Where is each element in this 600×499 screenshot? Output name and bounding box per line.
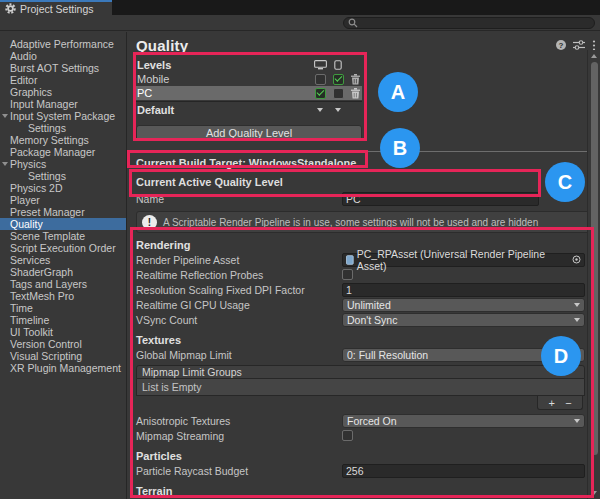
resolution-scaling-field[interactable]: [342, 283, 585, 297]
sidebar-item-adaptive-performance[interactable]: Adaptive Performance: [0, 38, 126, 50]
sidebar-item-player[interactable]: Player: [0, 194, 126, 206]
desktop-enabled-checkbox[interactable]: [315, 74, 326, 85]
sidebar-item-label: Burst AOT Settings: [10, 62, 99, 74]
sidebar-item-label: ShaderGraph: [10, 266, 73, 278]
vertical-scrollbar[interactable]: [587, 50, 600, 499]
sidebar-item-physics-2d[interactable]: Physics 2D: [0, 182, 126, 194]
sidebar-item-shadergraph[interactable]: ShaderGraph: [0, 266, 126, 278]
sidebar-item-burst-aot-settings[interactable]: Burst AOT Settings: [0, 62, 126, 74]
default-desktop-dropdown-icon[interactable]: [317, 108, 323, 112]
realtime-gi-dropdown[interactable]: Unlimited: [342, 298, 585, 312]
chevron-down-icon: [574, 318, 580, 322]
sidebar-item-ui-toolkit[interactable]: UI Toolkit: [0, 326, 126, 338]
scrollbar-thumb[interactable]: [591, 62, 598, 455]
scroll-up-icon[interactable]: [591, 54, 597, 58]
add-item-button[interactable]: +: [548, 397, 554, 409]
sidebar-item-label: Graphics: [10, 86, 52, 98]
sidebar-item-services[interactable]: Services: [0, 254, 126, 266]
gear-icon: [5, 3, 16, 14]
list-empty-row: List is Empty: [136, 379, 585, 396]
settings-list: Rendering Render Pipeline Asset PC_RPAss…: [136, 239, 585, 499]
sidebar-item-version-control[interactable]: Version Control: [0, 338, 126, 350]
chevron-down-icon: [574, 353, 580, 357]
sidebar-item-label: Input System Package: [10, 110, 115, 122]
sidebar-item-quality[interactable]: Quality: [0, 218, 126, 230]
sidebar-item-package-manager[interactable]: Package Manager: [0, 146, 126, 158]
sidebar-item-label: Editor: [10, 74, 37, 86]
sidebar-item-label: Audio: [10, 50, 37, 62]
sidebar-item-tags-and-layers[interactable]: Tags and Layers: [0, 278, 126, 290]
sidebar-item-input-manager[interactable]: Input Manager: [0, 98, 126, 110]
sidebar-item-label: Physics 2D: [10, 182, 63, 194]
dropdown-value: Forced On: [347, 415, 397, 427]
sidebar-item-settings[interactable]: Settings: [0, 122, 126, 134]
sidebar-item-editor[interactable]: Editor: [0, 74, 126, 86]
sidebar-item-textmesh-pro[interactable]: TextMesh Pro: [0, 290, 126, 302]
section-particles: Particles: [136, 450, 585, 463]
sidebar-item-input-system-package[interactable]: Input System Package: [0, 110, 126, 122]
mobile-enabled-checkbox[interactable]: [333, 74, 344, 85]
sidebar-item-label: Visual Scripting: [10, 350, 82, 362]
quality-level-row-mobile[interactable]: Mobile: [136, 72, 362, 86]
sidebar-item-scene-template[interactable]: Scene Template: [0, 230, 126, 242]
toolbar: [0, 15, 600, 31]
foldout-icon[interactable]: [2, 162, 8, 166]
mipmap-streaming-row: Mipmap Streaming: [136, 428, 585, 443]
sidebar-item-time[interactable]: Time: [0, 302, 126, 314]
scroll-down-icon[interactable]: [591, 491, 597, 495]
tab-project-settings[interactable]: Project Settings: [0, 0, 112, 15]
name-label: Name: [136, 193, 342, 205]
trash-icon[interactable]: [350, 88, 360, 99]
quality-level-row-pc[interactable]: PC: [136, 86, 362, 100]
sidebar-item-graphics[interactable]: Graphics: [0, 86, 126, 98]
help-icon[interactable]: ?: [556, 40, 566, 50]
sidebar-item-visual-scripting[interactable]: Visual Scripting: [0, 350, 126, 362]
asset-icon: [346, 255, 354, 265]
vsync-count-dropdown[interactable]: Don't Sync: [342, 313, 585, 327]
render-pipeline-asset-field[interactable]: PC_RPAsset (Universal Render Pipeline As…: [342, 253, 585, 267]
sidebar-item-label: Version Control: [10, 338, 82, 350]
vsync-count-row: VSync Count Don't Sync: [136, 312, 585, 327]
sidebar-item-label: Memory Settings: [10, 134, 89, 146]
sidebar-item-preset-manager[interactable]: Preset Manager: [0, 206, 126, 218]
global-mipmap-limit-dropdown[interactable]: 0: Full Resolution: [342, 348, 585, 362]
preset-icon[interactable]: [573, 40, 585, 50]
sidebar-item-memory-settings[interactable]: Memory Settings: [0, 134, 126, 146]
sidebar-item-audio[interactable]: Audio: [0, 50, 126, 62]
sidebar-item-xr-plugin-management[interactable]: XR Plugin Management: [0, 362, 126, 374]
quality-name-field[interactable]: [342, 192, 539, 206]
foldout-icon[interactable]: [2, 114, 8, 118]
list-footer: + −: [136, 396, 585, 410]
anisotropic-textures-dropdown[interactable]: Forced On: [342, 414, 585, 428]
tab-title: Project Settings: [20, 3, 94, 15]
level-name: PC: [136, 87, 311, 99]
search-input[interactable]: [343, 17, 595, 29]
sidebar-item-settings[interactable]: Settings: [0, 170, 126, 182]
add-quality-level-button[interactable]: Add Quality Level: [136, 125, 362, 141]
sidebar-item-label: UI Toolkit: [10, 326, 53, 338]
anisotropic-textures-row: Anisotropic Textures Forced On: [136, 413, 585, 428]
asset-name: PC_RPAsset (Universal Render Pipeline As…: [357, 248, 569, 272]
sidebar-item-script-execution-order[interactable]: Script Execution Order: [0, 242, 126, 254]
default-quality-row: Default: [136, 103, 362, 117]
search-icon: [348, 18, 358, 28]
trash-icon[interactable]: [350, 74, 360, 85]
sidebar-item-timeline[interactable]: Timeline: [0, 314, 126, 326]
sidebar-item-label: Input Manager: [10, 98, 78, 110]
default-mobile-dropdown-icon[interactable]: [335, 108, 341, 112]
object-picker-icon[interactable]: [572, 255, 581, 264]
realtime-reflection-probes-checkbox[interactable]: [342, 269, 353, 280]
particle-raycast-budget-row: Particle Raycast Budget: [136, 463, 585, 478]
desktop-enabled-checkbox[interactable]: [315, 88, 326, 99]
field-label: Realtime Reflection Probes: [136, 269, 342, 281]
mipmap-limit-groups-header[interactable]: Mipmap Limit Groups: [136, 365, 585, 379]
remove-item-button[interactable]: −: [565, 397, 571, 409]
sidebar-item-physics[interactable]: Physics: [0, 158, 126, 170]
quality-panel: Quality ?: [127, 32, 600, 499]
field-label: Resolution Scaling Fixed DPI Factor: [136, 284, 342, 296]
particle-raycast-budget-field[interactable]: [342, 464, 585, 478]
mipmap-streaming-checkbox[interactable]: [342, 430, 353, 441]
kebab-menu-icon[interactable]: [592, 40, 596, 51]
mobile-enabled-checkbox[interactable]: [333, 88, 344, 99]
tab-bar: Project Settings: [0, 0, 600, 15]
